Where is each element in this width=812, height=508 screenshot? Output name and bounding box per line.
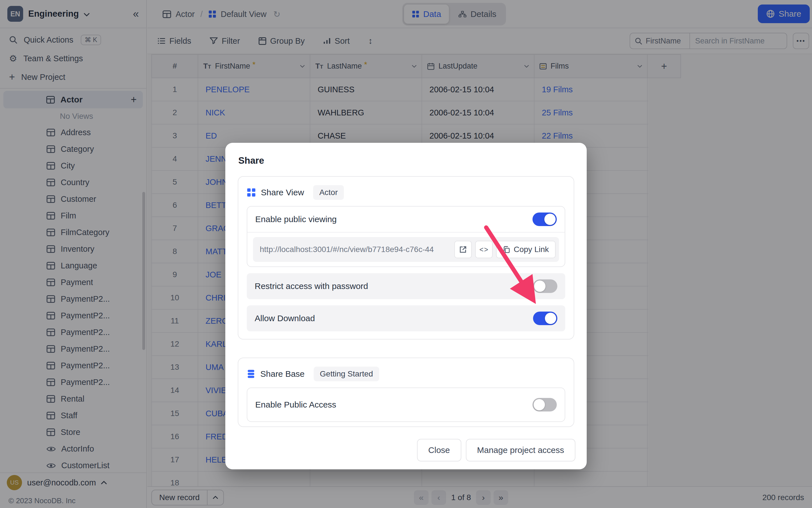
allow-download-row: Allow Download	[247, 305, 565, 331]
close-button[interactable]: Close	[417, 439, 461, 461]
public-viewing-box: Enable public viewing http://localhost:3…	[247, 206, 565, 267]
manage-project-access-button[interactable]: Manage project access	[466, 439, 576, 461]
modal-footer: Close Manage project access	[417, 439, 575, 461]
restrict-password-label: Restrict access with password	[255, 281, 368, 291]
share-base-target-chip: Getting Started	[314, 367, 379, 381]
enable-public-access-label: Enable Public Access	[255, 400, 336, 410]
public-viewing-toggle[interactable]	[532, 213, 557, 226]
public-access-row: Enable Public Access	[247, 387, 565, 422]
share-modal: Share Share View Actor Enable public vie…	[225, 143, 587, 469]
toggle-thumb	[544, 214, 556, 225]
open-link-button[interactable]	[454, 241, 472, 258]
enable-public-viewing-row: Enable public viewing	[247, 207, 565, 232]
embed-code-button[interactable]: <>	[475, 241, 493, 258]
share-view-target-chip: Actor	[313, 185, 344, 200]
restrict-password-toggle[interactable]	[533, 280, 557, 293]
restrict-password-row: Restrict access with password	[247, 273, 565, 299]
copy-link-label: Copy Link	[514, 245, 549, 254]
toggle-thumb	[534, 399, 545, 410]
toggle-thumb	[534, 281, 545, 292]
toggle-thumb	[545, 313, 556, 324]
public-access-toggle[interactable]	[532, 398, 557, 412]
code-icon: <>	[479, 246, 489, 254]
share-base-header: Share Base Getting Started	[247, 366, 565, 382]
modal-title: Share	[238, 155, 264, 166]
copy-icon	[503, 246, 510, 253]
share-view-section: Share View Actor Enable public viewing h…	[238, 176, 574, 340]
share-view-header: Share View Actor	[247, 184, 565, 201]
share-url-box: http://localhost:3001/#/nc/view/b7718e94…	[253, 237, 559, 262]
grid-view-icon	[247, 188, 256, 197]
share-url-zone: http://localhost:3001/#/nc/view/b7718e94…	[247, 232, 565, 266]
share-base-label: Share Base	[260, 369, 304, 379]
share-view-label: Share View	[261, 188, 304, 197]
database-icon	[247, 370, 255, 378]
copy-link-button[interactable]: Copy Link	[496, 241, 556, 258]
enable-public-viewing-label: Enable public viewing	[255, 214, 337, 224]
share-base-section: Share Base Getting Started Enable Public…	[238, 357, 574, 427]
allow-download-toggle[interactable]	[533, 311, 557, 325]
share-url[interactable]: http://localhost:3001/#/nc/view/b7718e94…	[260, 245, 451, 254]
allow-download-label: Allow Download	[255, 313, 315, 323]
